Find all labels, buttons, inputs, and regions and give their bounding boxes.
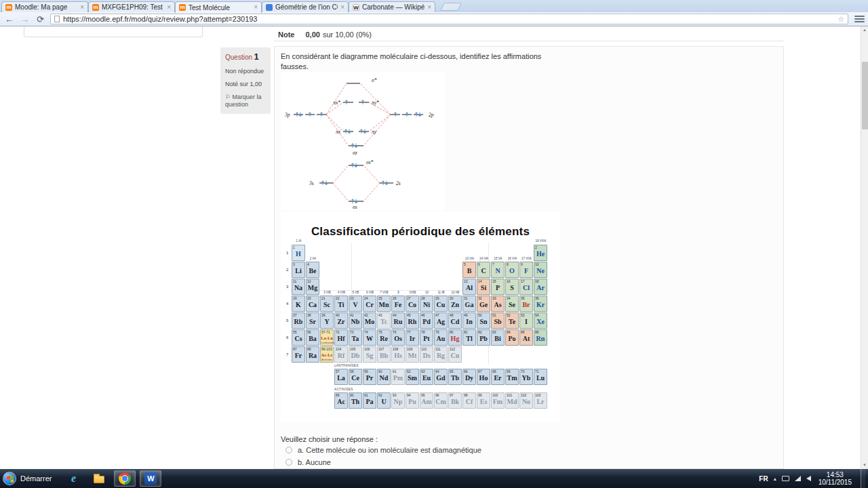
answer-option-b[interactable]: b. Aucune [285,458,331,467]
element-cell: 16S [505,279,519,295]
question-text-line2: fausses. [281,62,309,70]
svg-text:↓: ↓ [353,142,359,149]
element-cell: 35Br [519,296,533,312]
address-bar[interactable]: https://moodle.epf.fr/mod/quiz/review.ph… [50,14,848,24]
element-cell: 70Yb [519,369,533,385]
start-label[interactable]: Démarrer [20,474,52,483]
scroll-up-icon[interactable]: ▲ [861,26,868,34]
tab-test-2[interactable]: m MXFGE1PH09: Test 2 × [88,1,175,12]
taskbar-chrome-button[interactable] [114,470,136,487]
element-cell: 53I [519,312,533,329]
scroll-down-icon[interactable]: ▼ [861,462,868,469]
answer-option-a[interactable]: a. Cette molécule ou ion moléculaire est… [285,445,481,455]
element-cell: 71Lu [534,369,547,385]
tab-carbonate-wikipedia[interactable]: W Carbonate — Wikipédia × [349,1,435,12]
tab-close-icon[interactable]: × [340,4,344,11]
element-cell: 74W [363,329,376,346]
tab-title: Test Molécule [189,4,251,12]
wikipedia-favicon: W [353,4,359,11]
scrollbar-thumb[interactable] [862,62,868,129]
element-cell: 101Md [505,392,519,409]
tab-close-icon[interactable]: × [167,4,171,11]
element-cell: 72Hf [334,329,348,346]
tab-close-icon[interactable]: × [80,4,84,11]
tab-close-icon[interactable]: × [254,4,258,11]
element-cell: 33As [491,296,505,312]
element-cell: 21Sc [320,296,334,312]
svg-text:↓: ↓ [347,128,352,135]
element-cell: 10Ne [534,262,547,278]
svg-text:↓: ↓ [384,180,389,186]
word-icon: W [144,472,157,485]
taskbar-word-button[interactable]: W [140,470,161,487]
volume-icon[interactable] [806,476,811,481]
svg-text:3s: 3s [309,180,314,186]
element-cell: 38Sr [306,312,319,329]
element-cell: 50Sn [477,312,490,329]
element-cell: 51Sb [491,312,505,329]
element-cell: 82Pb [477,329,490,346]
back-icon[interactable]: ← [3,13,15,26]
element-cell: 29Cu [434,296,448,312]
reload-icon[interactable]: ⟳ [35,13,46,26]
element-cell: 89-103Ac-LrActinides [320,346,334,363]
tab-geometrie-ion[interactable]: Géométrie de l'ion CO 3 2- × [262,1,349,12]
choose-answer-label: Veuillez choisir une réponse : [281,435,378,443]
element-cell: 24Cr [363,296,376,312]
answer-option-label: a. Cette molécule ou ion moléculaire est… [298,446,481,454]
taskbar-explorer-button[interactable] [88,470,110,487]
element-cell: 96Cm [434,392,448,409]
radio-button[interactable] [285,447,292,453]
svg-text:πx: πx [336,129,341,135]
element-cell: 93Np [391,392,405,409]
element-cell: 56Ba [306,329,319,346]
element-cell: 19K [292,296,305,312]
mo-diagram-svg: ↑↓↑↑↑↑↑↓↑↑↑↓↑↓↑↓↑↓↑↓↑↓↑↓σ*πx*πy*3p2pπxπy… [281,72,445,211]
tab-moodle-ma-page[interactable]: m Moodle: Ma page × [1,1,88,12]
svg-text:↓: ↓ [417,111,422,118]
system-tray: FR ▴ 14:53 10/11/2015 [759,469,865,488]
forward-icon[interactable]: → [19,13,31,26]
element-cell: 8O [505,262,519,278]
network-icon[interactable] [795,476,801,481]
question-content: En considérant le diagramme moléculaire … [274,46,784,469]
group-label: 12 IIB [446,291,465,294]
element-cell: 62Sm [406,369,419,385]
element-cell: 83Bi [491,329,505,346]
group-label: 2 IIA [303,257,323,260]
element-cell: 36Kr [534,296,547,312]
element-cell: 91Pa [363,392,376,409]
element-cell: 100Fm [491,392,505,409]
flag-question-link[interactable]: ⚐ Marquer la question [225,94,266,108]
element-cell: 64Gd [434,369,448,385]
sidebar-block-footer [24,26,203,37]
element-cell: 63Eu [420,369,433,385]
tab-test-molecule[interactable]: m Test Molécule × [175,1,262,13]
element-cell: 22Ti [334,296,348,312]
start-button[interactable] [3,472,16,485]
svg-text:πy: πy [372,129,377,135]
grade-summary-row: Note 0,00 sur 10,00 (0%) [274,28,784,41]
bookmark-star-icon[interactable]: ☆ [837,15,844,24]
url-text[interactable]: https://moodle.epf.fr/mod/quiz/review.ph… [63,15,834,23]
menu-icon[interactable] [854,16,865,22]
element-cell: 75Re [377,329,391,346]
vertical-scrollbar[interactable]: ▲ ▼ [861,26,868,469]
element-cell: 9F [519,262,533,278]
svg-text:3p: 3p [284,112,290,118]
language-indicator[interactable]: FR [759,475,768,483]
period-number: 7 [286,352,288,357]
tab-title: Géométrie de l'ion CO 3 2- [275,3,338,11]
radio-button[interactable] [285,459,292,466]
tab-close-icon[interactable]: × [427,4,431,11]
taskbar-ie-button[interactable]: e [62,470,84,487]
flag-label: Marquer la question [225,94,262,108]
element-cell: 43Tc [377,312,391,329]
element-cell: 32Ge [477,296,490,312]
hidden-icons-caret[interactable]: ▴ [774,476,776,482]
taskbar-clock[interactable]: 14:53 10/11/2015 [818,471,852,486]
windows-logo-icon [7,475,14,483]
show-desktop-button[interactable] [861,469,865,488]
keyboard-icon[interactable] [782,476,789,481]
new-tab-button[interactable] [440,3,462,11]
